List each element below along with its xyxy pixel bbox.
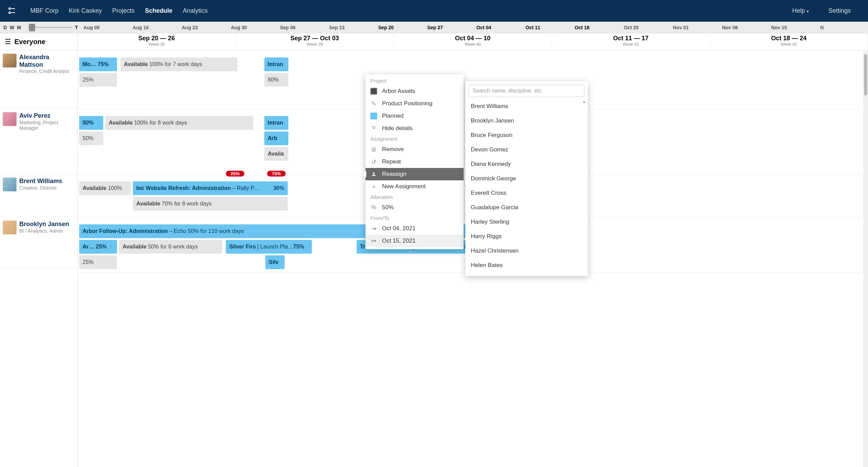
assignment-bar[interactable]: ⋮⋮50% xyxy=(79,116,103,130)
assignment-bar[interactable]: ⋮⋮Intran xyxy=(264,57,288,71)
search-result-item[interactable]: Guadalupe Garcia xyxy=(469,200,584,215)
assignment-bar[interactable]: ⋮⋮Silver Firs | Launch Pla…75%⋮⋮ xyxy=(226,240,312,254)
nav-settings[interactable]: Settings xyxy=(828,7,851,14)
timeline-date[interactable]: N xyxy=(819,25,868,30)
available-bar[interactable]: Available50% for 6 work days xyxy=(119,240,222,254)
nav-projects[interactable]: Projects xyxy=(112,7,135,14)
nav-schedule[interactable]: Schedule xyxy=(145,7,172,14)
nav-analytics[interactable]: Analytics xyxy=(183,7,208,14)
timeline-bar: D W M T Aug 09Aug 16Aug 23Aug 30Sep 06Se… xyxy=(0,22,868,33)
slider-thumb[interactable] xyxy=(29,24,35,31)
available-bar[interactable]: Available100% for 7 work days xyxy=(120,57,237,71)
search-result-item[interactable]: Everett Cross xyxy=(469,186,584,200)
timeline-date[interactable]: Sep 20 xyxy=(377,25,426,30)
timeline-date[interactable]: Nov 08 xyxy=(721,25,770,30)
assignment-bar[interactable]: ⋮⋮Silv xyxy=(265,255,285,269)
svg-point-5 xyxy=(373,172,374,174)
timeline-date[interactable]: Sep 06 xyxy=(278,25,328,30)
person-role: Marketing, Project Manager xyxy=(19,120,75,131)
search-result-item[interactable]: Brent Williams xyxy=(469,99,584,114)
zoom-slider[interactable] xyxy=(28,27,72,28)
available-bar[interactable]: Available100% xyxy=(79,181,131,195)
person-row[interactable]: Brooklyn Jansen BI / Analytics, Admin xyxy=(0,217,77,269)
timeline-date[interactable]: Aug 30 xyxy=(230,25,279,30)
svg-point-0 xyxy=(9,8,11,9)
project-swatch-icon xyxy=(370,88,377,95)
allocation-bar[interactable]: 50% xyxy=(79,131,103,145)
ctx-hide-details[interactable]: Hide details xyxy=(366,122,464,135)
timeline-date[interactable]: Oct 04 xyxy=(475,25,524,30)
allocation-bar[interactable]: 25% xyxy=(79,73,117,87)
today-button[interactable]: T xyxy=(75,25,78,30)
allocation-bar[interactable]: 25% xyxy=(79,255,117,269)
person-row[interactable]: Aviv Perez Marketing, Project Manager xyxy=(0,109,77,174)
person-role: Creative, Director xyxy=(19,185,75,191)
zoom-day[interactable]: D xyxy=(3,25,7,30)
ctx-new-assignment[interactable]: ＋ New Assignment xyxy=(366,180,464,193)
search-result-item[interactable]: Diana Kennedy xyxy=(469,157,584,171)
ctx-to-date[interactable]: ↦ Oct 15, 2021 xyxy=(366,235,464,247)
search-result-item[interactable]: Brooklyn Jansen xyxy=(469,114,584,128)
assignment-bar[interactable]: ⋮⋮Intran xyxy=(264,116,288,130)
available-bar[interactable]: Availa xyxy=(264,147,288,161)
timeline-dates: Aug 09Aug 16Aug 23Aug 30Sep 06Sep 13Sep … xyxy=(82,25,868,30)
search-result-item[interactable]: Helen Bates xyxy=(469,258,584,273)
ctx-arbor-assets[interactable]: Arbor Assets xyxy=(366,85,464,97)
ctx-section-project: Project xyxy=(366,76,464,85)
search-result-item[interactable]: Devon Gomez xyxy=(469,142,584,157)
timeline-date[interactable]: Sep 27 xyxy=(426,25,475,30)
plus-icon: ＋ xyxy=(370,183,377,190)
timeline-date[interactable]: Sep 13 xyxy=(328,25,377,30)
search-result-item[interactable]: Harry Riggs xyxy=(469,229,584,244)
nav-company[interactable]: MBF Corp xyxy=(30,7,59,14)
person-icon xyxy=(370,171,377,178)
ctx-allocation-value[interactable]: % 50% xyxy=(366,201,464,214)
nav-user[interactable]: Kirk Caskey xyxy=(69,7,102,14)
person-row[interactable]: Alexandra Mattson Finance, Credit Analys… xyxy=(0,50,77,109)
scrollbar-thumb[interactable] xyxy=(864,54,867,95)
scroll-up-icon: ▲ xyxy=(582,100,586,104)
ctx-reassign[interactable]: Reassign xyxy=(366,168,464,180)
timeline-date[interactable]: Nov 01 xyxy=(671,25,721,30)
people-sidebar: ☰ Everyone Alexandra Mattson Finance, Cr… xyxy=(0,33,78,467)
zoom-week[interactable]: W xyxy=(10,25,14,30)
avatar xyxy=(3,112,17,126)
search-result-item[interactable]: Harley Sterling xyxy=(469,215,584,229)
ctx-section-assignment: Assignment xyxy=(366,135,464,143)
search-result-item[interactable]: Hazel Christensen xyxy=(469,244,584,258)
ctx-from-date[interactable]: ⇥ Oct 04, 2021 xyxy=(366,222,464,235)
avatar xyxy=(3,54,17,67)
person-role: BI / Analytics, Admin xyxy=(19,228,75,234)
timeline-date[interactable]: Oct 11 xyxy=(524,25,573,30)
ctx-repeat[interactable]: ↺ Repeat xyxy=(366,156,464,168)
assignment-bar[interactable]: ⋮⋮Inc Website Refresh: Administration – … xyxy=(133,181,288,195)
week-header: Sep 27 — Oct 03Week 39 xyxy=(236,33,394,50)
arrow-out-icon: ↦ xyxy=(370,237,377,244)
search-result-item[interactable]: Bruce Ferguson xyxy=(469,128,584,142)
search-input[interactable] xyxy=(469,85,584,97)
nav-help[interactable]: Help▼ xyxy=(792,7,809,14)
person-name: Brent Williams xyxy=(19,178,75,185)
svg-point-1 xyxy=(9,12,11,13)
search-result-item[interactable]: Dominick George xyxy=(469,171,584,186)
available-bar[interactable]: Available100% for 8 work days xyxy=(105,116,253,130)
ctx-remove[interactable]: Remove xyxy=(366,143,464,156)
vertical-scrollbar[interactable] xyxy=(863,51,868,467)
person-row[interactable]: Brent Williams Creative, Director xyxy=(0,174,77,217)
allocation-bar[interactable]: 80% xyxy=(264,73,288,87)
timeline-date[interactable]: Aug 09 xyxy=(82,25,131,30)
ctx-planned[interactable]: Planned xyxy=(366,110,464,122)
timeline-date[interactable]: Nov 15 xyxy=(770,25,819,30)
assignment-bar[interactable]: ⋮⋮Ar… 25%⋮⋮ xyxy=(79,240,117,254)
ctx-product-positioning[interactable]: ✎ Product Positioning xyxy=(366,97,464,110)
hamburger-icon[interactable]: ☰ xyxy=(5,38,11,46)
timeline-date[interactable]: Aug 16 xyxy=(131,25,180,30)
timeline-date[interactable]: Oct 18 xyxy=(573,25,623,30)
zoom-month[interactable]: M xyxy=(17,25,21,30)
timeline-date[interactable]: Aug 23 xyxy=(180,25,230,30)
timeline-date[interactable]: Oct 25 xyxy=(622,25,671,30)
available-bar[interactable]: Available70% for 8 work days xyxy=(133,197,288,211)
assignment-bar[interactable]: ⋮⋮Arb xyxy=(264,131,288,145)
schedule-grid: Sep 20 — 26Week 38Sep 27 — Oct 03Week 39… xyxy=(78,33,868,467)
assignment-bar[interactable]: ⋮⋮Mo… 75% xyxy=(79,57,117,71)
